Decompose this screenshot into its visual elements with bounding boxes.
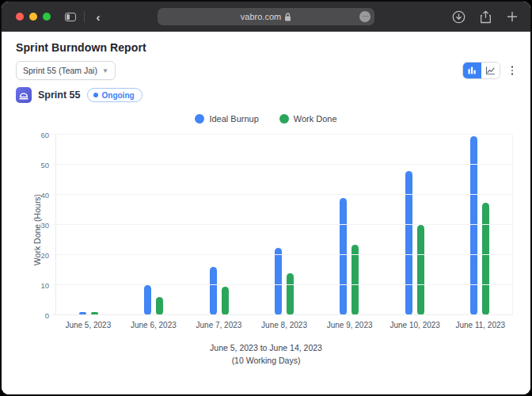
plot-area [55,135,513,315]
legend-label: Work Done [294,114,337,124]
bar-group [447,135,512,315]
gridline [52,314,512,315]
status-dot-icon [93,93,98,97]
legend-dot-icon [195,114,204,124]
bar-group [121,135,186,315]
y-tick-label: 10 [40,281,49,290]
y-tick-label: 30 [40,221,49,230]
bar [405,171,412,315]
zoom-window-button[interactable] [43,13,51,21]
bar [144,285,151,315]
traffic-lights [16,13,51,21]
chrome-actions [450,8,521,25]
y-tick-label: 20 [40,251,49,260]
chart: Work Done (Hours) 0102030405060 [16,135,516,315]
y-tick-label: 40 [40,191,49,200]
x-tick-label: June 9, 2023 [317,321,382,329]
x-tick-label: June 5, 2023 [55,321,121,329]
sidebar-icon [65,13,76,21]
gridline [52,284,512,285]
url-text: vabro.com [241,12,281,21]
bar [482,203,489,316]
y-tick-label: 60 [40,131,49,139]
x-axis-title-line2: (10 Working Days) [16,356,516,365]
bar [156,297,163,315]
y-axis-title-col: Work Done (Hours) [16,135,28,315]
share-button[interactable] [477,8,494,25]
x-tick-label: June 11, 2023 [447,321,513,329]
bar-group [317,135,382,315]
bar [470,136,477,315]
sprint-selector-dropdown[interactable]: Sprint 55 (Team Jai) ▼ [16,61,116,80]
status-badge: Ongoing [87,88,142,102]
bar-group [56,135,121,315]
line-chart-icon [485,66,496,75]
chevron-down-icon: ▼ [102,67,108,74]
bar-group [187,135,252,315]
bar [287,273,294,315]
page-title: Sprint Burndown Report [16,41,516,54]
page-settings-icon[interactable]: ⋯ [359,11,370,22]
x-axis-title-line1: June 5, 2023 to June 14, 2023 [16,343,516,352]
y-tick-label: 0 [45,311,49,320]
bar [275,248,282,316]
bar [417,225,424,315]
legend-item[interactable]: Ideal Burnup [195,114,258,124]
sprint-name: Sprint 55 [38,89,81,101]
gridline [52,254,512,255]
bar-chart-view-button[interactable] [463,63,481,78]
sidebar-toggle-button[interactable] [62,8,79,25]
legend-dot-icon [279,114,289,124]
kebab-menu-button[interactable] [508,64,517,77]
status-label: Ongoing [102,91,135,100]
gridline [52,164,512,165]
sprint-selector-value: Sprint 55 (Team Jai) [23,66,97,75]
share-icon [480,10,492,24]
gridline [52,224,512,225]
plus-icon [507,11,518,22]
x-tick-label: June 10, 2023 [382,321,448,329]
bar-group [382,135,446,315]
new-tab-button[interactable] [504,8,521,25]
minimize-window-button[interactable] [29,13,37,21]
x-tick-label: June 6, 2023 [121,321,187,329]
lock-icon [284,13,291,21]
bar-group [252,135,317,315]
bar [340,198,347,315]
sprint-glyph-icon [19,91,28,100]
bar [352,245,359,315]
bar [222,287,229,315]
x-tick-label: June 7, 2023 [186,321,252,329]
browser-chrome: ‹ vabro.com ⋯ [2,2,530,32]
bar [210,267,217,315]
y-axis-ticks: 0102030405060 [28,135,55,315]
close-window-button[interactable] [16,13,24,21]
sprint-icon [16,87,32,103]
chart-view-toggle [462,62,500,79]
gridline [52,194,512,195]
address-bar[interactable]: vabro.com ⋯ [158,8,374,25]
legend-label: Ideal Burnup [209,114,258,124]
controls-row: Sprint 55 (Team Jai) ▼ [16,61,516,80]
back-chevron-icon: ‹ [97,10,101,24]
bar-chart-icon [467,66,477,75]
back-button[interactable]: ‹ [89,8,107,25]
download-icon [452,10,466,24]
chart-legend: Ideal BurnupWork Done [16,114,516,124]
x-tick-label: June 8, 2023 [252,321,317,329]
line-chart-view-button[interactable] [481,63,500,78]
downloads-button[interactable] [450,8,467,25]
browser-window: ‹ vabro.com ⋯ [0,0,532,396]
chrome-divider [84,11,85,22]
sprint-row: Sprint 55 Ongoing [16,87,516,103]
x-axis-labels: June 5, 2023June 6, 2023June 7, 2023June… [55,321,513,329]
legend-item[interactable]: Work Done [279,114,337,124]
bar-groups [56,135,512,315]
y-tick-label: 50 [40,161,49,169]
gridline [52,134,512,135]
page-content: Sprint Burndown Report Sprint 55 (Team J… [2,32,530,394]
